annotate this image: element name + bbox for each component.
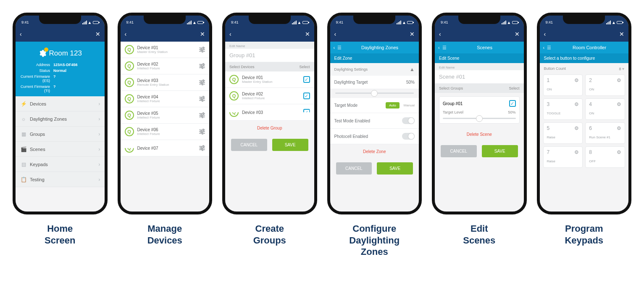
checkbox-icon[interactable]: ✓ bbox=[303, 93, 310, 99]
configure-icon[interactable] bbox=[199, 130, 205, 134]
keypad-button[interactable]: 1⚙ON bbox=[543, 74, 583, 96]
photocell-toggle[interactable] bbox=[402, 133, 415, 140]
save-button[interactable]: SAVE bbox=[272, 139, 308, 151]
menu-testing[interactable]: 📋Testing› bbox=[16, 172, 105, 187]
keypad-button[interactable]: 8⚙OFF bbox=[585, 146, 625, 168]
device-row[interactable]: QDevice #01Master Entry Station bbox=[121, 42, 210, 58]
device-row[interactable]: QDevice #03Remote Entry Station bbox=[121, 74, 210, 91]
close-icon[interactable]: ✕ bbox=[200, 31, 205, 37]
identify-icon[interactable]: Q bbox=[125, 45, 134, 54]
select-link[interactable]: Select bbox=[509, 86, 519, 90]
back-icon[interactable]: ‹ bbox=[439, 31, 441, 37]
group-device-row[interactable]: QDevice #02Intellect Fixture✓ bbox=[225, 88, 314, 104]
keypad-button[interactable]: 3⚙TOGGLE bbox=[543, 98, 583, 120]
identify-icon[interactable]: Q bbox=[125, 143, 134, 153]
save-button[interactable]: SAVE bbox=[377, 162, 413, 175]
delete-zone-link[interactable]: Delete Zone bbox=[330, 144, 419, 159]
configure-icon[interactable] bbox=[199, 113, 205, 117]
identify-icon[interactable]: Q bbox=[125, 78, 134, 87]
back-icon[interactable]: ‹ bbox=[334, 31, 336, 37]
gear-icon[interactable]: ⚙ bbox=[617, 125, 621, 131]
close-icon[interactable]: ✕ bbox=[515, 31, 520, 37]
auto-pill[interactable]: Auto bbox=[386, 102, 399, 108]
slider-thumb[interactable] bbox=[371, 90, 378, 97]
group-device-row[interactable]: QDevice #03✓ bbox=[225, 104, 314, 121]
save-button[interactable]: SAVE bbox=[482, 145, 518, 157]
back-icon[interactable]: ‹ bbox=[438, 45, 440, 50]
device-row[interactable]: QDevice #02Intellect Fixture bbox=[121, 58, 210, 74]
device-row[interactable]: QDevice #06Intellect Fixture bbox=[121, 124, 210, 140]
manual-option[interactable]: Manual bbox=[404, 103, 415, 107]
keypad-button[interactable]: 2⚙ON bbox=[585, 74, 625, 96]
device-list[interactable]: QDevice #01Master Entry Station QDevice … bbox=[121, 42, 210, 212]
checkbox-icon[interactable]: ✓ bbox=[303, 109, 310, 116]
cancel-button[interactable]: CANCEL bbox=[231, 139, 267, 151]
gear-icon[interactable]: ⚙ bbox=[617, 149, 621, 155]
daylighting-settings-header[interactable]: Daylighting Settings▲ bbox=[330, 63, 419, 76]
configure-icon[interactable] bbox=[199, 80, 205, 85]
gear-alert-icon[interactable] bbox=[38, 49, 47, 58]
edit-scene-label: Edit Scene bbox=[435, 53, 524, 63]
caption-groups: CreateGroups bbox=[222, 223, 317, 258]
cancel-button[interactable]: CANCEL bbox=[441, 145, 477, 157]
group-device-row[interactable]: QDevice #01Master Entry Station✓ bbox=[225, 71, 314, 88]
gear-icon[interactable]: ⚙ bbox=[574, 77, 579, 83]
menu-devices[interactable]: ⚡Devices› bbox=[16, 96, 105, 111]
keypad-button[interactable]: 4⚙ON bbox=[585, 98, 625, 120]
back-icon[interactable]: ‹ bbox=[125, 31, 127, 37]
scene-name-input[interactable]: Scene #01 bbox=[435, 70, 524, 84]
identify-icon[interactable]: Q bbox=[125, 111, 134, 120]
close-icon[interactable]: ✕ bbox=[305, 31, 310, 37]
identify-icon[interactable]: Q bbox=[229, 75, 239, 84]
nav-bar: ‹ ✕ bbox=[435, 26, 524, 42]
delete-scene-link[interactable]: Delete Scene bbox=[435, 127, 524, 142]
keypad-button[interactable]: 5⚙Raise bbox=[543, 122, 583, 144]
configure-icon[interactable] bbox=[199, 97, 205, 101]
cancel-button[interactable]: CANCEL bbox=[336, 162, 372, 175]
identify-icon[interactable]: Q bbox=[125, 94, 134, 103]
menu-icon[interactable]: ☰ bbox=[547, 45, 551, 50]
identify-icon[interactable]: Q bbox=[229, 108, 239, 117]
back-icon[interactable]: ‹ bbox=[543, 45, 545, 50]
gear-icon[interactable]: ⚙ bbox=[574, 101, 579, 107]
gear-icon[interactable]: ⚙ bbox=[574, 149, 579, 155]
menu-keypads[interactable]: ▤Keypads› bbox=[16, 157, 105, 172]
close-icon[interactable]: ✕ bbox=[95, 31, 100, 37]
test-mode-toggle[interactable] bbox=[402, 117, 415, 124]
identify-icon[interactable]: Q bbox=[229, 91, 239, 101]
gear-icon[interactable]: ⚙ bbox=[617, 101, 621, 107]
gear-icon[interactable]: ⚙ bbox=[574, 125, 579, 131]
back-icon[interactable]: ‹ bbox=[20, 31, 22, 37]
menu-groups[interactable]: ▦Groups› bbox=[16, 127, 105, 142]
target-level-slider[interactable] bbox=[443, 118, 516, 119]
menu-icon[interactable]: ☰ bbox=[337, 45, 342, 50]
device-row[interactable]: QDevice #05Intellect Fixture bbox=[121, 107, 210, 124]
keypad-button[interactable]: 7⚙Raise bbox=[543, 146, 583, 168]
device-row[interactable]: QDevice #04Intellect Fixture bbox=[121, 91, 210, 107]
configure-icon[interactable] bbox=[199, 64, 205, 68]
back-icon[interactable]: ‹ bbox=[334, 45, 335, 50]
menu-daylighting[interactable]: ☼Daylighting Zones› bbox=[16, 111, 105, 127]
select-link[interactable]: Select bbox=[299, 65, 310, 69]
checkbox-icon[interactable]: ✓ bbox=[303, 76, 310, 83]
identify-icon[interactable]: Q bbox=[125, 61, 134, 71]
device-row[interactable]: QDevice #07 bbox=[121, 140, 210, 156]
menu-icon[interactable]: ☰ bbox=[442, 45, 447, 50]
close-icon[interactable]: ✕ bbox=[619, 31, 624, 37]
target-slider[interactable] bbox=[335, 93, 414, 94]
back-icon[interactable]: ‹ bbox=[544, 31, 546, 37]
back-icon[interactable]: ‹ bbox=[229, 31, 231, 37]
keypad-button[interactable]: 6⚙Run Scene #1 bbox=[585, 122, 625, 144]
checkbox-icon[interactable]: ✓ bbox=[509, 100, 516, 107]
identify-icon[interactable]: Q bbox=[125, 127, 134, 136]
menu-scenes[interactable]: 🎬Scenes› bbox=[16, 142, 105, 157]
delete-group-link[interactable]: Delete Group bbox=[225, 121, 314, 135]
close-icon[interactable]: ✕ bbox=[410, 31, 415, 37]
page-title: Daylighting Zones bbox=[344, 45, 415, 50]
configure-icon[interactable] bbox=[199, 146, 205, 150]
group-name-input[interactable]: Group #01 bbox=[225, 49, 314, 62]
gear-icon[interactable]: ⚙ bbox=[617, 77, 621, 83]
button-count-select[interactable]: 8 ▾ bbox=[619, 66, 624, 71]
slider-thumb[interactable] bbox=[476, 115, 483, 122]
configure-icon[interactable] bbox=[199, 48, 205, 52]
